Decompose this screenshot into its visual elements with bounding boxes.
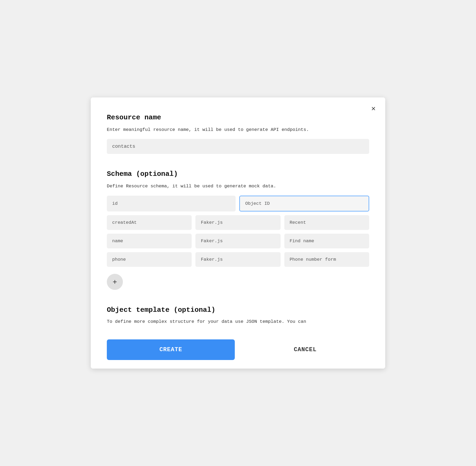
schema-description: Define Resource schema, it will be used … [107, 183, 369, 190]
schema-grid [107, 196, 369, 267]
field-type-input[interactable] [195, 234, 280, 248]
resource-name-section: Resource name Enter meaningful resource … [107, 113, 369, 165]
object-template-title: Object template (optional) [107, 306, 369, 314]
bottom-bar: CREATE CANCEL [107, 333, 369, 369]
table-row [107, 196, 369, 211]
table-row [107, 252, 369, 267]
field-name-input[interactable] [107, 234, 192, 248]
resource-name-description: Enter meaningful resource name, it will … [107, 126, 369, 133]
table-row [107, 234, 369, 248]
field-type-input[interactable] [195, 215, 280, 230]
field-name-input[interactable] [107, 252, 192, 267]
plus-icon: + [113, 278, 117, 286]
create-button[interactable]: CREATE [107, 339, 235, 360]
field-type-input[interactable] [195, 252, 280, 267]
schema-title: Schema (optional) [107, 170, 369, 178]
modal-container: × Resource name Enter meaningful resourc… [91, 97, 385, 369]
field-name-input[interactable] [107, 196, 236, 211]
field-option-input[interactable] [284, 252, 369, 267]
schema-section: Schema (optional) Define Resource schema… [107, 170, 369, 290]
add-row-button[interactable]: + [107, 274, 123, 290]
object-template-section: Object template (optional) To define mor… [107, 301, 369, 325]
field-option-input[interactable] [284, 234, 369, 248]
resource-name-input[interactable] [107, 139, 369, 154]
close-button[interactable]: × [371, 105, 376, 112]
resource-name-title: Resource name [107, 113, 369, 122]
field-name-input[interactable] [107, 215, 192, 230]
object-template-description: To define more complex structure for you… [107, 318, 369, 325]
field-option-input[interactable] [284, 215, 369, 230]
field-type-input[interactable] [239, 196, 369, 211]
cancel-button[interactable]: CANCEL [241, 339, 369, 360]
table-row [107, 215, 369, 230]
